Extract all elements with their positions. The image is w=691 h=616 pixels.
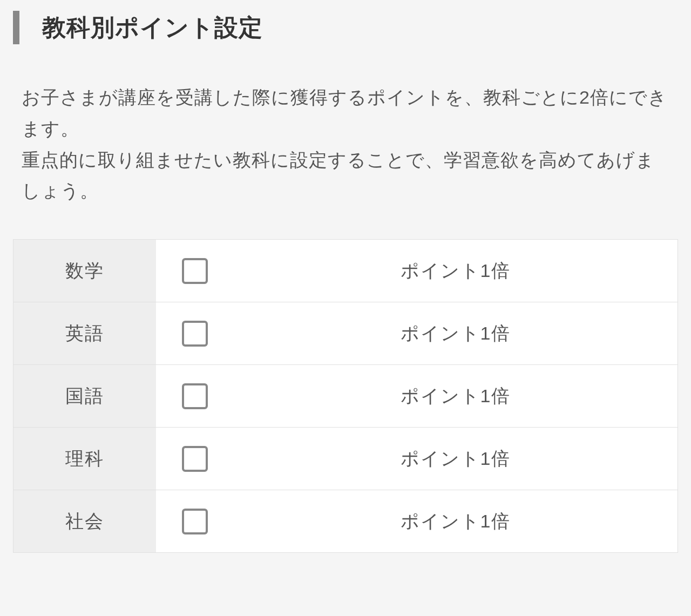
subject-name: 数学 [13,240,156,302]
description-line-2: 重点的に取り組ませたい教科に設定することで、学習意欲を高めてあげましょう。 [22,145,669,207]
checkbox-cell [156,302,234,364]
subject-status: ポイント1倍 [234,302,678,364]
subject-status: ポイント1倍 [234,365,678,427]
subject-name: 社会 [13,490,156,552]
subject-checkbox-math[interactable] [182,258,208,284]
subject-table: 数学 ポイント1倍 英語 ポイント1倍 国語 ポイント1倍 理科 [13,239,678,553]
subject-checkbox-social[interactable] [182,509,208,534]
checkbox-cell [156,490,234,552]
subject-status: ポイント1倍 [234,240,678,302]
subject-name: 国語 [13,365,156,427]
page-title: 教科別ポイント設定 [42,12,263,44]
subject-name: 英語 [13,302,156,364]
subject-checkbox-science[interactable] [182,446,208,472]
subject-name: 理科 [13,428,156,490]
subject-checkbox-japanese[interactable] [182,383,208,409]
accent-bar [13,11,19,44]
table-row: 社会 ポイント1倍 [13,490,678,553]
checkbox-cell [156,240,234,302]
description: お子さまが講座を受講した際に獲得するポイントを、教科ごとに2倍にできます。 重点… [13,82,678,207]
checkbox-cell [156,428,234,490]
subject-checkbox-english[interactable] [182,321,208,347]
subject-status: ポイント1倍 [234,490,678,552]
subject-status: ポイント1倍 [234,428,678,490]
checkbox-cell [156,365,234,427]
table-row: 国語 ポイント1倍 [13,365,678,428]
table-row: 英語 ポイント1倍 [13,302,678,365]
description-line-1: お子さまが講座を受講した際に獲得するポイントを、教科ごとに2倍にできます。 [22,82,669,145]
table-row: 数学 ポイント1倍 [13,240,678,302]
table-row: 理科 ポイント1倍 [13,428,678,490]
header-row: 教科別ポイント設定 [13,11,678,44]
page-container: 教科別ポイント設定 お子さまが講座を受講した際に獲得するポイントを、教科ごとに2… [0,11,691,553]
